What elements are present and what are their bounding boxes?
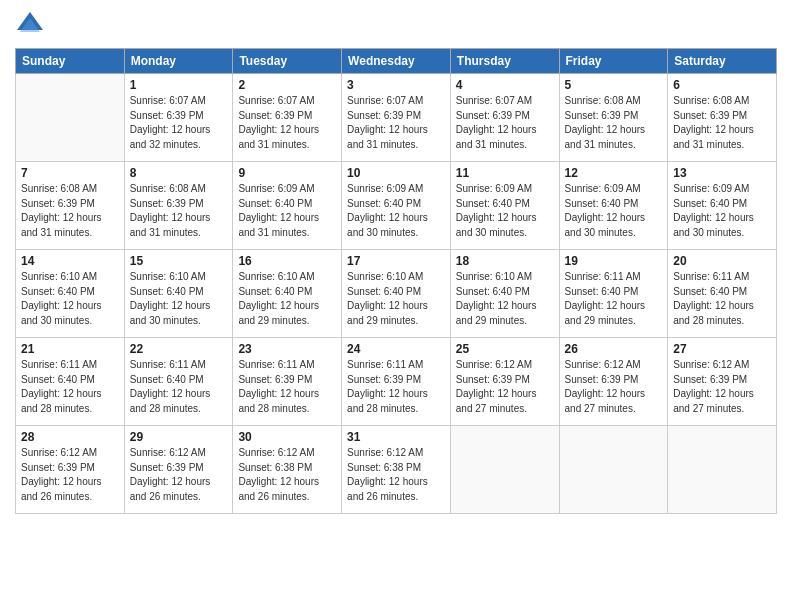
day-number: 16	[238, 254, 336, 268]
day-number: 27	[673, 342, 771, 356]
calendar-cell: 1Sunrise: 6:07 AM Sunset: 6:39 PM Daylig…	[124, 74, 233, 162]
calendar-cell: 2Sunrise: 6:07 AM Sunset: 6:39 PM Daylig…	[233, 74, 342, 162]
day-info: Sunrise: 6:12 AM Sunset: 6:39 PM Dayligh…	[565, 358, 663, 416]
day-number: 5	[565, 78, 663, 92]
calendar-cell: 10Sunrise: 6:09 AM Sunset: 6:40 PM Dayli…	[342, 162, 451, 250]
weekday-header-wednesday: Wednesday	[342, 49, 451, 74]
day-number: 23	[238, 342, 336, 356]
day-number: 12	[565, 166, 663, 180]
calendar-cell: 26Sunrise: 6:12 AM Sunset: 6:39 PM Dayli…	[559, 338, 668, 426]
weekday-header-monday: Monday	[124, 49, 233, 74]
day-info: Sunrise: 6:07 AM Sunset: 6:39 PM Dayligh…	[130, 94, 228, 152]
calendar-cell: 6Sunrise: 6:08 AM Sunset: 6:39 PM Daylig…	[668, 74, 777, 162]
calendar-cell: 5Sunrise: 6:08 AM Sunset: 6:39 PM Daylig…	[559, 74, 668, 162]
calendar-cell: 11Sunrise: 6:09 AM Sunset: 6:40 PM Dayli…	[450, 162, 559, 250]
day-info: Sunrise: 6:09 AM Sunset: 6:40 PM Dayligh…	[456, 182, 554, 240]
day-number: 11	[456, 166, 554, 180]
day-number: 22	[130, 342, 228, 356]
day-number: 1	[130, 78, 228, 92]
day-info: Sunrise: 6:10 AM Sunset: 6:40 PM Dayligh…	[347, 270, 445, 328]
header	[15, 10, 777, 40]
calendar-cell	[450, 426, 559, 514]
calendar-cell: 29Sunrise: 6:12 AM Sunset: 6:39 PM Dayli…	[124, 426, 233, 514]
weekday-header-saturday: Saturday	[668, 49, 777, 74]
day-number: 4	[456, 78, 554, 92]
day-number: 3	[347, 78, 445, 92]
calendar-cell	[16, 74, 125, 162]
calendar-cell	[559, 426, 668, 514]
calendar-cell: 22Sunrise: 6:11 AM Sunset: 6:40 PM Dayli…	[124, 338, 233, 426]
calendar-cell: 7Sunrise: 6:08 AM Sunset: 6:39 PM Daylig…	[16, 162, 125, 250]
weekday-row: SundayMondayTuesdayWednesdayThursdayFrid…	[16, 49, 777, 74]
day-info: Sunrise: 6:12 AM Sunset: 6:38 PM Dayligh…	[238, 446, 336, 504]
calendar-cell: 4Sunrise: 6:07 AM Sunset: 6:39 PM Daylig…	[450, 74, 559, 162]
day-number: 24	[347, 342, 445, 356]
day-number: 15	[130, 254, 228, 268]
calendar-cell: 19Sunrise: 6:11 AM Sunset: 6:40 PM Dayli…	[559, 250, 668, 338]
day-number: 21	[21, 342, 119, 356]
day-info: Sunrise: 6:08 AM Sunset: 6:39 PM Dayligh…	[130, 182, 228, 240]
day-number: 26	[565, 342, 663, 356]
calendar-cell: 12Sunrise: 6:09 AM Sunset: 6:40 PM Dayli…	[559, 162, 668, 250]
logo-icon	[15, 10, 45, 40]
calendar-week-4: 21Sunrise: 6:11 AM Sunset: 6:40 PM Dayli…	[16, 338, 777, 426]
day-number: 17	[347, 254, 445, 268]
day-info: Sunrise: 6:12 AM Sunset: 6:39 PM Dayligh…	[456, 358, 554, 416]
calendar-cell: 17Sunrise: 6:10 AM Sunset: 6:40 PM Dayli…	[342, 250, 451, 338]
weekday-header-thursday: Thursday	[450, 49, 559, 74]
calendar-cell: 20Sunrise: 6:11 AM Sunset: 6:40 PM Dayli…	[668, 250, 777, 338]
day-info: Sunrise: 6:12 AM Sunset: 6:38 PM Dayligh…	[347, 446, 445, 504]
calendar-week-2: 7Sunrise: 6:08 AM Sunset: 6:39 PM Daylig…	[16, 162, 777, 250]
day-number: 10	[347, 166, 445, 180]
calendar-week-1: 1Sunrise: 6:07 AM Sunset: 6:39 PM Daylig…	[16, 74, 777, 162]
day-info: Sunrise: 6:11 AM Sunset: 6:39 PM Dayligh…	[238, 358, 336, 416]
day-number: 6	[673, 78, 771, 92]
calendar-cell: 25Sunrise: 6:12 AM Sunset: 6:39 PM Dayli…	[450, 338, 559, 426]
calendar-week-3: 14Sunrise: 6:10 AM Sunset: 6:40 PM Dayli…	[16, 250, 777, 338]
day-info: Sunrise: 6:09 AM Sunset: 6:40 PM Dayligh…	[238, 182, 336, 240]
day-number: 18	[456, 254, 554, 268]
day-info: Sunrise: 6:07 AM Sunset: 6:39 PM Dayligh…	[347, 94, 445, 152]
day-info: Sunrise: 6:07 AM Sunset: 6:39 PM Dayligh…	[456, 94, 554, 152]
day-info: Sunrise: 6:10 AM Sunset: 6:40 PM Dayligh…	[130, 270, 228, 328]
day-info: Sunrise: 6:10 AM Sunset: 6:40 PM Dayligh…	[238, 270, 336, 328]
calendar-cell: 3Sunrise: 6:07 AM Sunset: 6:39 PM Daylig…	[342, 74, 451, 162]
weekday-header-friday: Friday	[559, 49, 668, 74]
calendar-cell: 28Sunrise: 6:12 AM Sunset: 6:39 PM Dayli…	[16, 426, 125, 514]
calendar: SundayMondayTuesdayWednesdayThursdayFrid…	[15, 48, 777, 514]
day-info: Sunrise: 6:11 AM Sunset: 6:39 PM Dayligh…	[347, 358, 445, 416]
calendar-cell: 30Sunrise: 6:12 AM Sunset: 6:38 PM Dayli…	[233, 426, 342, 514]
day-info: Sunrise: 6:11 AM Sunset: 6:40 PM Dayligh…	[21, 358, 119, 416]
day-info: Sunrise: 6:07 AM Sunset: 6:39 PM Dayligh…	[238, 94, 336, 152]
day-info: Sunrise: 6:10 AM Sunset: 6:40 PM Dayligh…	[456, 270, 554, 328]
day-number: 7	[21, 166, 119, 180]
day-number: 14	[21, 254, 119, 268]
logo	[15, 10, 49, 40]
calendar-cell: 14Sunrise: 6:10 AM Sunset: 6:40 PM Dayli…	[16, 250, 125, 338]
calendar-cell: 18Sunrise: 6:10 AM Sunset: 6:40 PM Dayli…	[450, 250, 559, 338]
calendar-body: 1Sunrise: 6:07 AM Sunset: 6:39 PM Daylig…	[16, 74, 777, 514]
calendar-header: SundayMondayTuesdayWednesdayThursdayFrid…	[16, 49, 777, 74]
weekday-header-sunday: Sunday	[16, 49, 125, 74]
calendar-cell: 24Sunrise: 6:11 AM Sunset: 6:39 PM Dayli…	[342, 338, 451, 426]
day-number: 9	[238, 166, 336, 180]
day-number: 2	[238, 78, 336, 92]
day-info: Sunrise: 6:12 AM Sunset: 6:39 PM Dayligh…	[130, 446, 228, 504]
day-info: Sunrise: 6:08 AM Sunset: 6:39 PM Dayligh…	[673, 94, 771, 152]
day-number: 25	[456, 342, 554, 356]
day-info: Sunrise: 6:11 AM Sunset: 6:40 PM Dayligh…	[673, 270, 771, 328]
calendar-cell: 31Sunrise: 6:12 AM Sunset: 6:38 PM Dayli…	[342, 426, 451, 514]
day-info: Sunrise: 6:11 AM Sunset: 6:40 PM Dayligh…	[565, 270, 663, 328]
day-info: Sunrise: 6:08 AM Sunset: 6:39 PM Dayligh…	[21, 182, 119, 240]
calendar-cell: 15Sunrise: 6:10 AM Sunset: 6:40 PM Dayli…	[124, 250, 233, 338]
calendar-cell: 9Sunrise: 6:09 AM Sunset: 6:40 PM Daylig…	[233, 162, 342, 250]
day-info: Sunrise: 6:08 AM Sunset: 6:39 PM Dayligh…	[565, 94, 663, 152]
day-number: 13	[673, 166, 771, 180]
day-info: Sunrise: 6:12 AM Sunset: 6:39 PM Dayligh…	[673, 358, 771, 416]
day-number: 20	[673, 254, 771, 268]
day-info: Sunrise: 6:09 AM Sunset: 6:40 PM Dayligh…	[565, 182, 663, 240]
page: SundayMondayTuesdayWednesdayThursdayFrid…	[0, 0, 792, 612]
day-number: 28	[21, 430, 119, 444]
day-number: 19	[565, 254, 663, 268]
day-info: Sunrise: 6:10 AM Sunset: 6:40 PM Dayligh…	[21, 270, 119, 328]
